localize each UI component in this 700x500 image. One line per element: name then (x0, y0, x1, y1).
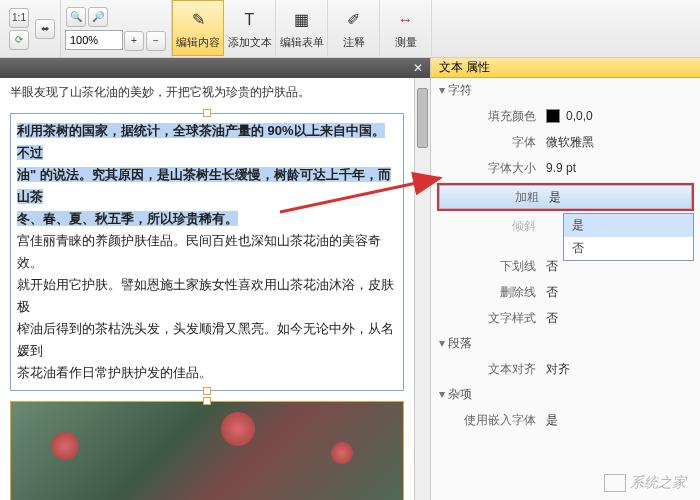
row-fill-color[interactable]: 填充颜色 0,0,0 (431, 103, 700, 129)
highlighted-text[interactable]: 利用茶树的国家，据统计，全球茶油产量的 90%以上来自中国。不过 (17, 123, 385, 160)
measure-icon: ↔ (393, 7, 419, 33)
zoom-input[interactable]: 100% (65, 30, 123, 50)
doc-tab-bar: ✕ (0, 58, 430, 78)
close-panel-button[interactable]: ✕ (410, 60, 426, 76)
scrollbar-thumb[interactable] (417, 88, 428, 148)
zoom-out-icon[interactable]: 🔎 (88, 7, 108, 27)
edit-content-icon: ✎ (185, 7, 211, 33)
reload-button[interactable]: ⟳ (9, 30, 29, 50)
image-frame[interactable] (10, 401, 404, 500)
zoom-plus-button[interactable]: + (124, 31, 144, 51)
text-line: 茶花油看作日常护肤护发的佳品。 (17, 362, 397, 384)
selected-text-frame[interactable]: 利用茶树的国家，据统计，全球茶油产量的 90%以上来自中国。不过 油" 的说法。… (10, 113, 404, 391)
row-strike[interactable]: 删除线 否 (431, 279, 700, 305)
annotate-tool[interactable]: ✐ 注释 (328, 0, 380, 56)
resize-handle-s[interactable] (203, 387, 211, 395)
row-embed-font[interactable]: 使用嵌入字体 是 (431, 407, 700, 433)
properties-title: 文本 属性 (431, 58, 700, 78)
workspace: ✕ 半眼友现了山茶化油的美妙，开把它视为珍贵的护肤品。 利用茶树的国家，据统计，… (0, 58, 700, 500)
fit-page-button[interactable]: 1:1 (9, 8, 29, 28)
zoom-minus-button[interactable]: − (146, 31, 166, 51)
vertical-scrollbar[interactable] (414, 78, 430, 500)
row-font-size[interactable]: 字体大小 9.9 pt (431, 155, 700, 181)
section-character[interactable]: 字符 (431, 78, 700, 103)
highlighted-bold-row: 加粗 是 (437, 183, 694, 211)
fit-group: 1:1 ⟳ ⬌ (4, 0, 61, 57)
form-icon: ▦ (289, 7, 315, 33)
section-misc[interactable]: 杂项 (431, 382, 700, 407)
watermark-logo-icon (604, 474, 626, 492)
resize-handle-n[interactable] (203, 397, 211, 405)
dropdown-option-no[interactable]: 否 (564, 237, 693, 260)
text-line: 半眼友现了山茶化油的美妙，开把它视为珍贵的护肤品。 (10, 84, 404, 101)
measure-tool[interactable]: ↔ 测量 (380, 0, 432, 56)
edit-form-tool[interactable]: ▦ 编辑表单 (276, 0, 328, 56)
highlighted-text[interactable]: 冬、春、夏、秋五季，所以珍贵稀有。 (17, 211, 238, 226)
row-align[interactable]: 文本对齐 对齐 (431, 356, 700, 382)
edit-content-tool[interactable]: ✎ 编辑内容 (172, 0, 224, 56)
add-text-tool[interactable]: T 添加文本 (224, 0, 276, 56)
properties-body: 字符 填充颜色 0,0,0 字体 微软雅黑 字体大小 9.9 pt 加粗 是 (431, 78, 700, 500)
main-toolbar: 1:1 ⟳ ⬌ 🔍 🔎 100% + − ✎ 编辑内容 T 添加文本 ▦ 编辑表… (0, 0, 700, 58)
fit-width-button[interactable]: ⬌ (35, 19, 55, 39)
bold-dropdown[interactable]: 是 否 (563, 213, 694, 261)
text-line: 榨油后得到的茶枯洗头发，头发顺滑又黑亮。如今无论中外，从名媛到 (17, 318, 397, 362)
dropdown-option-yes[interactable]: 是 (564, 214, 693, 237)
row-text-style[interactable]: 文字样式 否 (431, 305, 700, 331)
text-line: 宫佳丽青睐的养颜护肤佳品。民间百姓也深知山茶花油的美容奇效。 (17, 230, 397, 274)
watermark: 系统之家 (604, 474, 686, 492)
row-font[interactable]: 字体 微软雅黑 (431, 129, 700, 155)
row-bold[interactable]: 加粗 是 (439, 185, 692, 209)
color-swatch[interactable] (546, 109, 560, 123)
zoom-in-icon[interactable]: 🔍 (66, 7, 86, 27)
properties-panel: 文本 属性 字符 填充颜色 0,0,0 字体 微软雅黑 字体大小 9.9 pt … (430, 58, 700, 500)
document-pane: ✕ 半眼友现了山茶化油的美妙，开把它视为珍贵的护肤品。 利用茶树的国家，据统计，… (0, 58, 430, 500)
add-text-icon: T (237, 7, 263, 33)
annotate-icon: ✐ (341, 7, 367, 33)
highlighted-text[interactable]: 油" 的说法。究其原因，是山茶树生长缓慢，树龄可达上千年，而山茶 (17, 167, 391, 204)
zoom-group: 🔍 🔎 100% + − (61, 0, 172, 57)
section-paragraph[interactable]: 段落 (431, 331, 700, 356)
document-body[interactable]: 半眼友现了山茶化油的美妙，开把它视为珍贵的护肤品。 利用茶树的国家，据统计，全球… (0, 78, 414, 500)
text-line: 就开始用它护肤。譬如恩施土家族女性喜欢用山茶花油沐浴，皮肤极 (17, 274, 397, 318)
resize-handle-n[interactable] (203, 109, 211, 117)
